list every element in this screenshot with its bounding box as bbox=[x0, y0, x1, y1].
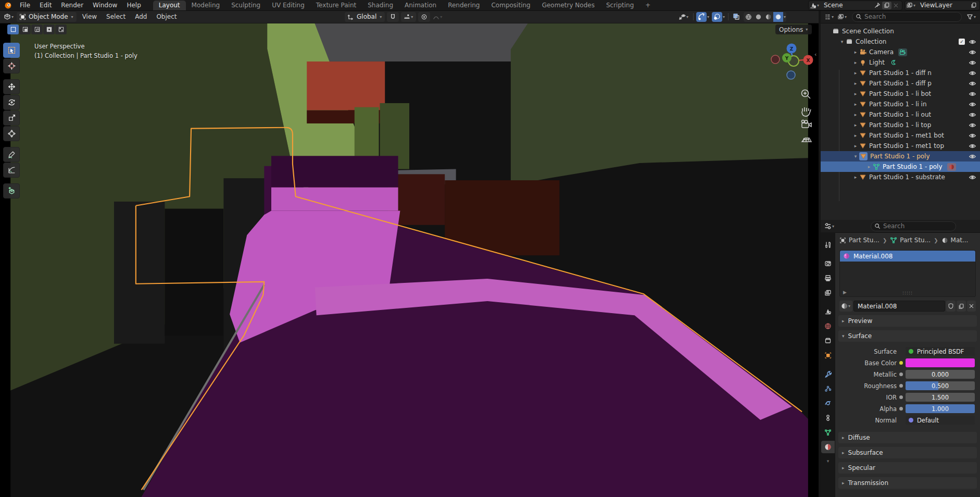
panel-diffuse[interactable]: ▸Diffuse bbox=[838, 432, 977, 443]
material-name-field[interactable]: Material.008 bbox=[853, 301, 945, 312]
tool-cursor[interactable] bbox=[3, 58, 20, 73]
collection-checkbox[interactable]: ✓ bbox=[959, 39, 965, 45]
xray-toggle[interactable] bbox=[731, 12, 742, 22]
shading-dropdown[interactable]: ▾ bbox=[784, 15, 786, 19]
panel-specular[interactable]: ▸Specular bbox=[838, 462, 977, 474]
delete-scene-button[interactable] bbox=[891, 2, 901, 9]
panel-transmission[interactable]: ▸Transmission bbox=[838, 477, 977, 489]
expand-arrow[interactable]: ▸ bbox=[852, 91, 859, 96]
overlays-toggle[interactable] bbox=[712, 12, 722, 22]
value-surface[interactable]: Principled BSDF bbox=[906, 347, 975, 356]
breadcrumb-item[interactable]: Mat... bbox=[951, 237, 969, 244]
pin-scene-button[interactable] bbox=[873, 2, 882, 9]
tab-texture-paint[interactable]: Texture Paint bbox=[310, 1, 362, 10]
viewport-menu-select[interactable]: Select bbox=[102, 12, 130, 22]
properties-tab-output[interactable] bbox=[821, 272, 835, 284]
outliner-row[interactable]: ▸Part Studio 1 - met1 top bbox=[821, 141, 980, 151]
hide-eye-icon[interactable] bbox=[969, 121, 976, 129]
snap-target-selector[interactable]: ▾ bbox=[401, 12, 416, 22]
expand-arrow[interactable]: ▸ bbox=[852, 175, 859, 180]
decorator-dot[interactable] bbox=[898, 383, 904, 389]
add-workspace-button[interactable]: + bbox=[639, 1, 656, 10]
outliner-row[interactable]: ▸Part Studio 1 - li top bbox=[821, 120, 980, 130]
properties-tab-particles[interactable] bbox=[821, 382, 835, 395]
expand-arrow[interactable]: ▸ bbox=[852, 133, 859, 138]
outliner-filter-button[interactable]: ▾ bbox=[965, 12, 978, 22]
outliner-row[interactable]: Scene Collection bbox=[821, 26, 980, 36]
expand-arrow[interactable]: ▾ bbox=[852, 154, 859, 159]
outliner-row[interactable]: ▸Part Studio 1 - li in bbox=[821, 99, 980, 109]
panel-surface[interactable]: ▾Surface bbox=[838, 330, 977, 342]
properties-tab-collection[interactable] bbox=[821, 334, 835, 347]
hide-eye-icon[interactable] bbox=[969, 153, 976, 160]
viewlayer-name[interactable]: ViewLayer bbox=[916, 2, 969, 9]
outliner-row[interactable]: ▾Part Studio 1 - poly bbox=[821, 151, 980, 161]
shading-solid-button[interactable] bbox=[753, 12, 763, 22]
expand-arrow[interactable]: ▸ bbox=[852, 60, 859, 65]
new-viewlayer-button[interactable] bbox=[969, 2, 978, 9]
properties-tab-material[interactable] bbox=[821, 441, 835, 453]
value-normal[interactable]: Default bbox=[906, 416, 975, 425]
tab-scripting[interactable]: Scripting bbox=[600, 1, 639, 10]
base-color-swatch[interactable] bbox=[906, 358, 975, 367]
outliner-row[interactable]: ▸Part Studio 1 - substrate bbox=[821, 172, 980, 182]
tool-add-cube[interactable] bbox=[3, 183, 20, 198]
properties-tab-render[interactable] bbox=[821, 257, 835, 270]
tool-select-box[interactable] bbox=[3, 43, 20, 58]
new-material-button[interactable] bbox=[957, 301, 966, 312]
hide-eye-icon[interactable] bbox=[969, 142, 976, 150]
properties-search-input[interactable]: Search bbox=[871, 221, 956, 231]
hide-eye-icon[interactable] bbox=[969, 48, 976, 56]
hide-eye-icon[interactable] bbox=[969, 80, 976, 88]
tab-overflow-chevron[interactable]: ▾ bbox=[827, 458, 830, 464]
options-button[interactable]: Options▾ bbox=[775, 24, 812, 34]
hide-eye-icon[interactable] bbox=[969, 173, 976, 181]
hide-eye-icon[interactable] bbox=[969, 111, 976, 119]
decorator-dot[interactable] bbox=[898, 406, 904, 412]
tool-rotate[interactable] bbox=[3, 95, 20, 110]
breadcrumb-item[interactable]: Part Stu... bbox=[900, 237, 931, 244]
expand-arrow[interactable]: ▾ bbox=[838, 39, 846, 44]
select-mode-subtract[interactable] bbox=[31, 24, 43, 34]
hide-eye-icon[interactable] bbox=[969, 132, 976, 140]
hide-eye-icon[interactable] bbox=[969, 101, 976, 108]
expand-arrow[interactable]: ▸ bbox=[865, 164, 873, 169]
hide-eye-icon[interactable] bbox=[969, 69, 976, 77]
tab-modeling[interactable]: Modeling bbox=[186, 1, 226, 10]
properties-editor-type[interactable]: ▾ bbox=[823, 221, 836, 231]
tab-uv-editing[interactable]: UV Editing bbox=[266, 1, 310, 10]
select-mode-set[interactable] bbox=[7, 24, 19, 34]
expand-arrow[interactable]: ▸ bbox=[852, 49, 859, 55]
decorator-dot[interactable] bbox=[898, 371, 904, 377]
properties-tab-object[interactable] bbox=[821, 349, 835, 362]
slider-alpha[interactable]: 1.000 bbox=[906, 404, 975, 413]
breadcrumb-item[interactable]: Part Stu... bbox=[849, 237, 880, 244]
slot-list-resize-grip[interactable]: ::::: bbox=[902, 290, 913, 295]
editor-type-button[interactable]: ▾ bbox=[2, 12, 16, 22]
slider-roughness[interactable]: 0.500 bbox=[906, 381, 975, 390]
shading-rendered-button[interactable] bbox=[773, 12, 783, 22]
properties-tab-scene[interactable] bbox=[821, 305, 835, 318]
outliner-editor-type[interactable]: ▾ bbox=[836, 12, 849, 22]
tab-geometry-nodes[interactable]: Geometry Nodes bbox=[536, 1, 600, 10]
viewport-menu-add[interactable]: Add bbox=[130, 12, 152, 22]
proportional-falloff-selector[interactable]: ▾ bbox=[431, 12, 444, 22]
expand-arrow[interactable]: ▸ bbox=[852, 112, 859, 117]
properties-tab-world[interactable] bbox=[821, 320, 835, 332]
material-slot-row[interactable]: Material.008 bbox=[840, 251, 975, 262]
transform-orientation-selector[interactable]: Global▾ bbox=[345, 12, 385, 22]
outliner-row[interactable]: ▸Part Studio 1 - li out bbox=[821, 109, 980, 120]
outliner-search-input[interactable]: Search bbox=[852, 12, 962, 22]
tab-rendering[interactable]: Rendering bbox=[442, 1, 485, 10]
tab-animation[interactable]: Animation bbox=[399, 1, 442, 10]
menu-edit[interactable]: Edit bbox=[35, 1, 56, 10]
outliner-row[interactable]: ▸Part Studio 1 - poly bbox=[821, 161, 980, 172]
menu-window[interactable]: Window bbox=[88, 1, 122, 10]
expand-arrow[interactable]: ▸ bbox=[852, 102, 859, 107]
tab-shading[interactable]: Shading bbox=[362, 1, 399, 10]
viewport-menu-view[interactable]: View bbox=[78, 12, 102, 22]
tab-compositing[interactable]: Compositing bbox=[485, 1, 536, 10]
snap-toggle[interactable] bbox=[387, 12, 399, 22]
viewport-3d-scene[interactable] bbox=[0, 23, 819, 497]
proportional-edit-toggle[interactable] bbox=[418, 12, 430, 22]
